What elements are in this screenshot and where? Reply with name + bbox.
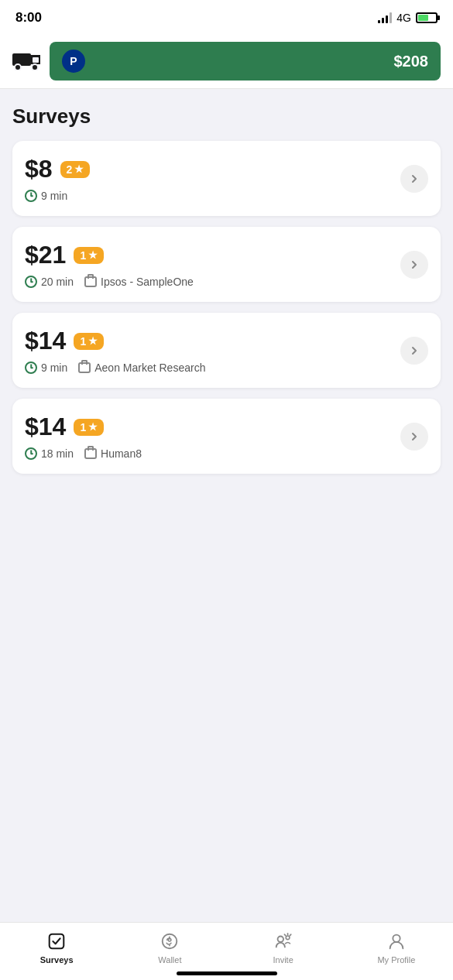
survey-card-2[interactable]: $21 1 ★ 20 min Ipsos - SampleOne — [12, 227, 441, 302]
card-meta-4: 18 min Human8 — [25, 447, 400, 460]
svg-point-3 — [32, 64, 38, 70]
duration-text-3: 9 min — [41, 362, 67, 374]
profile-nav-label: My Profile — [377, 955, 415, 965]
clock-icon-2 — [25, 276, 37, 288]
provider-item-2: Ipsos - SampleOne — [84, 276, 194, 288]
svg-point-2 — [15, 64, 21, 70]
survey-amount-3: $14 — [25, 327, 66, 355]
invite-nav-icon — [273, 930, 294, 952]
status-time: 8:00 — [15, 10, 42, 26]
provider-text-4: Human8 — [101, 447, 142, 460]
star-icon-1: ★ — [74, 163, 84, 175]
star-icon-2: ★ — [88, 249, 98, 261]
provider-text-3: Aeon Market Research — [94, 362, 205, 374]
card-left-4: $14 1 ★ 18 min Human8 — [25, 413, 400, 460]
wallet-nav-label: Wallet — [158, 955, 181, 965]
rating-badge-2: 1 ★ — [74, 247, 104, 264]
page-content: Surveys $8 2 ★ 9 min — [0, 89, 453, 474]
star-icon-3: ★ — [88, 335, 98, 347]
rating-number-1: 2 — [67, 163, 73, 176]
card-meta-1: 9 min — [25, 190, 400, 202]
briefcase-icon-2 — [84, 276, 97, 287]
nav-tab-invite[interactable]: Invite — [227, 930, 340, 965]
rating-number-3: 1 — [80, 335, 86, 348]
card-meta-2: 20 min Ipsos - SampleOne — [25, 276, 400, 288]
provider-item-4: Human8 — [84, 447, 142, 460]
card-left-2: $21 1 ★ 20 min Ipsos - SampleOne — [25, 241, 400, 288]
card-top-4: $14 1 ★ — [25, 413, 400, 441]
svg-point-7 — [169, 938, 172, 941]
briefcase-icon-4 — [84, 448, 97, 459]
survey-chevron-1[interactable] — [400, 165, 428, 193]
home-indicator — [177, 971, 277, 975]
survey-card-4[interactable]: $14 1 ★ 18 min Human8 — [12, 399, 441, 474]
provider-item-3: Aeon Market Research — [78, 362, 205, 374]
paypal-icon: P — [62, 50, 85, 73]
svg-rect-0 — [12, 53, 31, 66]
header: P $208 — [0, 34, 453, 89]
clock-icon-3 — [25, 362, 37, 374]
duration-item-1: 9 min — [25, 190, 67, 202]
survey-chevron-2[interactable] — [400, 251, 428, 279]
duration-text-2: 20 min — [41, 276, 74, 288]
surveys-nav-icon — [46, 930, 67, 952]
rating-number-2: 1 — [80, 249, 86, 262]
survey-amount-2: $21 — [25, 241, 66, 269]
card-meta-3: 9 min Aeon Market Research — [25, 362, 400, 374]
card-top-3: $14 1 ★ — [25, 327, 400, 355]
duration-text-1: 9 min — [41, 190, 67, 202]
invite-nav-label: Invite — [273, 955, 293, 965]
card-top-2: $21 1 ★ — [25, 241, 400, 269]
svg-rect-5 — [50, 934, 64, 949]
nav-tab-surveys[interactable]: Surveys — [0, 930, 113, 965]
svg-point-9 — [286, 936, 290, 940]
duration-item-3: 9 min — [25, 362, 67, 374]
briefcase-icon-3 — [78, 362, 91, 373]
rating-badge-1: 2 ★ — [60, 161, 91, 178]
rating-number-4: 1 — [80, 421, 86, 433]
duration-text-4: 18 min — [41, 447, 74, 460]
survey-card-3[interactable]: $14 1 ★ 9 min Aeon Market Research — [12, 313, 441, 388]
svg-point-13 — [393, 935, 400, 942]
survey-card-1[interactable]: $8 2 ★ 9 min — [12, 141, 441, 216]
surveys-list: $8 2 ★ 9 min — [12, 141, 441, 474]
provider-text-2: Ipsos - SampleOne — [101, 276, 194, 288]
survey-chevron-4[interactable] — [400, 423, 428, 451]
survey-amount-1: $8 — [25, 155, 53, 183]
wallet-amount: $208 — [394, 53, 429, 70]
status-bar: 8:00 4G — [0, 0, 453, 34]
wallet-nav-icon — [159, 930, 180, 952]
wallet-bar[interactable]: P $208 — [50, 42, 441, 81]
svg-rect-4 — [33, 57, 39, 63]
survey-chevron-3[interactable] — [400, 337, 428, 365]
page-title: Surveys — [12, 105, 441, 128]
star-icon-4: ★ — [88, 421, 98, 433]
clock-icon-4 — [25, 447, 37, 460]
profile-nav-icon — [386, 930, 407, 952]
svg-line-12 — [284, 934, 285, 935]
nav-tab-profile[interactable]: My Profile — [340, 930, 453, 965]
card-top-1: $8 2 ★ — [25, 155, 400, 183]
rating-badge-4: 1 ★ — [74, 419, 104, 436]
clock-icon-1 — [25, 190, 37, 202]
duration-item-2: 20 min — [25, 276, 74, 288]
survey-amount-4: $14 — [25, 413, 66, 441]
svg-line-11 — [290, 934, 290, 935]
rating-badge-3: 1 ★ — [74, 333, 104, 350]
card-left-1: $8 2 ★ 9 min — [25, 155, 400, 202]
duration-item-4: 18 min — [25, 447, 74, 460]
card-left-3: $14 1 ★ 9 min Aeon Market Research — [25, 327, 400, 374]
truck-icon — [12, 47, 40, 76]
signal-icon — [378, 12, 392, 23]
battery-icon — [416, 12, 438, 23]
surveys-nav-label: Surveys — [40, 955, 74, 965]
nav-tab-wallet[interactable]: Wallet — [113, 930, 226, 965]
svg-point-8 — [277, 937, 283, 942]
network-label: 4G — [396, 12, 411, 24]
status-icons: 4G — [378, 12, 438, 24]
